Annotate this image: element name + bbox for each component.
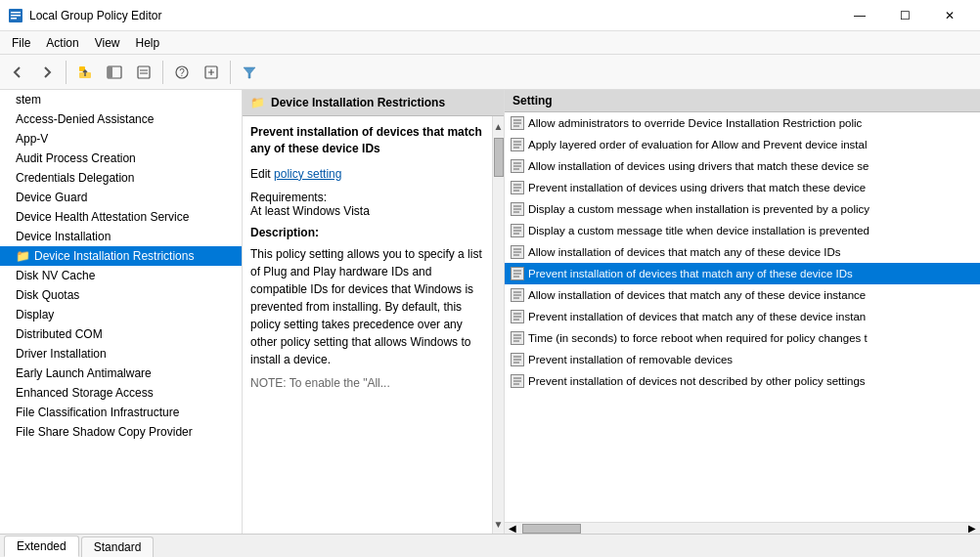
toolbar-sep-1 [66,61,67,84]
edit-label: Edit [250,167,271,181]
menu-file[interactable]: File [4,34,38,52]
right-list-item[interactable]: Prevent installation of devices that mat… [505,306,980,327]
sidebar-item-access-denied[interactable]: Access-Denied Assistance [0,109,242,129]
forward-button[interactable] [33,59,61,86]
right-list-item[interactable]: Allow installation of devices using driv… [505,155,980,177]
center-panel: 📁 Device Installation Restrictions Preve… [243,90,505,534]
close-button[interactable]: ✕ [927,0,972,31]
policy-icon [511,310,524,323]
sidebar-item-distributed-com[interactable]: Distributed COM [0,324,242,344]
up-button[interactable] [71,59,99,86]
sidebar-label-stem: stem [16,93,41,107]
right-list-item-label: Time (in seconds) to force reboot when r… [528,332,868,344]
policy-icon [511,331,524,345]
right-list-item-label: Apply layered order of evaluation for Al… [528,139,867,150]
menu-action[interactable]: Action [38,34,86,52]
right-list-item-label: Allow installation of devices that match… [528,289,866,301]
menu-help[interactable]: Help [128,34,168,52]
right-list-item[interactable]: Time (in seconds) to force reboot when r… [505,327,980,349]
svg-rect-8 [138,66,150,78]
maximize-button[interactable]: ☐ [882,0,927,31]
right-list-item[interactable]: Display a custom message when installati… [505,198,980,220]
tab-extended[interactable]: Extended [4,536,79,557]
sidebar-item-disk-nv[interactable]: Disk NV Cache [0,266,242,285]
right-list-item[interactable]: Apply layered order of evaluation for Al… [505,134,980,155]
right-list-item-label: Display a custom message when installati… [528,203,869,215]
right-hscroll-thumb[interactable] [522,524,581,534]
sidebar-item-driver-install[interactable]: Driver Installation [0,344,242,364]
right-list-item[interactable]: Prevent installation of devices using dr… [505,177,980,198]
minimize-button[interactable]: — [837,0,882,31]
description-label-text: Description: [250,226,319,239]
sidebar-item-display[interactable]: Display [0,305,242,324]
right-list-item-label: Prevent installation of removable device… [528,354,733,365]
policy-icon [511,374,524,388]
sidebar-item-device-installation-restrictions[interactable]: 📁 Device Installation Restrictions [0,246,242,266]
right-hscrollbar[interactable]: ◀ ▶ [505,522,980,534]
help-button[interactable]: ? [168,59,196,86]
sidebar-item-stem[interactable]: stem [0,90,242,109]
sidebar-label-device-guard: Device Guard [16,191,87,204]
back-button[interactable] [4,59,31,86]
svg-marker-14 [244,67,255,78]
menu-view[interactable]: View [87,34,128,52]
right-list-item-label: Allow installation of devices that match… [528,246,841,258]
center-scrollbar[interactable]: ▲ ▼ [492,116,504,534]
sidebar-label-enhanced-storage: Enhanced Storage Access [16,386,154,400]
tab-standard[interactable]: Standard [81,536,155,557]
svg-rect-7 [108,66,112,78]
right-list-item-label: Allow administrators to override Device … [528,117,862,129]
sidebar-item-appv[interactable]: App-V [0,129,242,149]
note-preview: NOTE: To enable the "All... [250,376,484,390]
properties-button[interactable] [130,59,157,86]
right-list-item[interactable]: Allow installation of devices that match… [505,241,980,263]
export-button[interactable] [198,59,225,86]
right-list-item-label: Allow installation of devices using driv… [528,160,869,172]
right-list-item[interactable]: Allow administrators to override Device … [505,112,980,134]
policy-icon [511,181,524,194]
right-header-title: Setting [512,94,553,107]
sidebar-label-disk-nv: Disk NV Cache [16,269,95,282]
sidebar-label-device-installation-restrictions: Device Installation Restrictions [34,249,194,263]
center-scroll-thumb[interactable] [494,138,504,177]
policy-setting-link[interactable]: policy setting [274,167,341,181]
sidebar-label-device-health: Device Health Attestation Service [16,210,189,224]
sidebar-item-device-installation[interactable]: Device Installation [0,227,242,246]
right-list-item[interactable]: Prevent installation of devices that mat… [505,263,980,284]
right-list-item[interactable]: Prevent installation of removable device… [505,349,980,370]
right-list-item-label: Display a custom message title when devi… [528,225,869,236]
center-scroll-container: Prevent installation of devices that mat… [243,116,504,534]
toolbar: ? [0,55,980,90]
sidebar-label-audit: Audit Process Creation [16,151,136,165]
sidebar-item-device-guard[interactable]: Device Guard [0,188,242,207]
main-layout: stem Access-Denied Assistance App-V Audi… [0,90,980,534]
center-folder-icon: 📁 [250,96,265,109]
right-list-item[interactable]: Prevent installation of devices not desc… [505,370,980,392]
svg-rect-1 [11,12,21,14]
sidebar-item-file-share[interactable]: File Share Shadow Copy Provider [0,422,242,442]
sidebar-item-enhanced-storage[interactable]: Enhanced Storage Access [0,383,242,403]
right-panel: Setting Allow administrators to override… [505,90,980,534]
show-hide-button[interactable] [101,59,128,86]
filter-button[interactable] [236,59,263,86]
right-list-item-label: Prevent installation of devices not desc… [528,375,866,387]
sidebar-item-file-classification[interactable]: File Classification Infrastructure [0,403,242,422]
sidebar-item-audit[interactable]: Audit Process Creation [0,149,242,168]
policy-icon [511,116,524,130]
center-panel-header: 📁 Device Installation Restrictions [243,90,504,116]
right-list-item[interactable]: Allow installation of devices that match… [505,284,980,306]
sidebar-label-driver-install: Driver Installation [16,347,107,361]
right-list-item[interactable]: Display a custom message title when devi… [505,220,980,241]
sidebar-label-disk-quotas: Disk Quotas [16,288,79,302]
folder-icon: 📁 [16,249,30,263]
sidebar-item-device-health[interactable]: Device Health Attestation Service [0,207,242,227]
sidebar-item-early-launch[interactable]: Early Launch Antimalware [0,364,242,383]
sidebar-item-credentials[interactable]: Credentials Delegation [0,168,242,188]
sidebar-label-file-classification: File Classification Infrastructure [16,406,179,419]
right-list-item-label: Prevent installation of devices that mat… [528,311,866,322]
requirements-value: At least Windows Vista [250,204,370,218]
sidebar-item-disk-quotas[interactable]: Disk Quotas [0,285,242,305]
policy-title: Prevent installation of devices that mat… [250,124,484,157]
right-list-item-label: Prevent installation of devices that mat… [528,268,853,279]
sidebar: stem Access-Denied Assistance App-V Audi… [0,90,243,534]
